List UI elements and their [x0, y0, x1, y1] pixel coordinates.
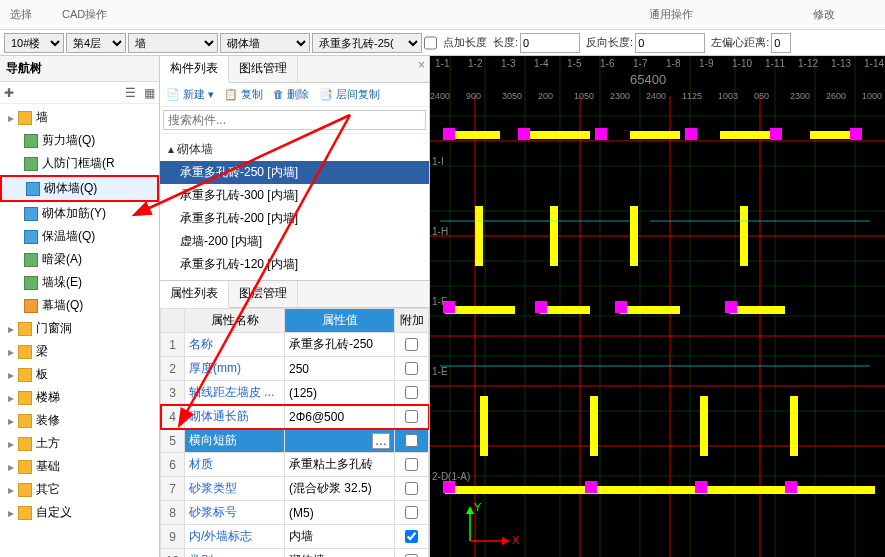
floor-select[interactable]: 第4层 [66, 33, 126, 53]
copy-button[interactable]: 📋 复制 [224, 87, 263, 102]
prop-row-4[interactable]: 4砌体通长筋2Φ6@500 [161, 405, 429, 429]
list-item-0[interactable]: 承重多孔砖-250 [内墙] [160, 161, 429, 184]
tab-drawing-mgr[interactable]: 图纸管理 [229, 56, 298, 82]
list-group[interactable]: ▴ 砌体墙 [160, 138, 429, 161]
tree-node-15[interactable]: ▸ 基础 [0, 455, 159, 478]
total-dim: 65400 [630, 72, 666, 87]
type-select[interactable]: 砌体墙 [220, 33, 310, 53]
tree-node-6[interactable]: 暗梁(A) [0, 248, 159, 271]
nav-tree-panel: 导航树 ✚ ☰ ▦ ▸ 墙 剪力墙(Q) 人防门框墙(R 砌体墙(Q) 砌体加筋… [0, 56, 160, 557]
grid-col-7: 1-8 [666, 58, 680, 69]
dim-3: 200 [538, 91, 553, 101]
tree-node-16[interactable]: ▸ 其它 [0, 478, 159, 501]
prop-row-5[interactable]: 5横向短筋… [161, 429, 429, 453]
tab-prop-list[interactable]: 属性列表 [160, 281, 229, 308]
col-extra: 附加 [395, 309, 429, 333]
dim-6: 2400 [646, 91, 666, 101]
tree-node-1[interactable]: 剪力墙(Q) [0, 129, 159, 152]
svg-rect-54 [535, 301, 547, 313]
tree-node-17[interactable]: ▸ 自定义 [0, 501, 159, 524]
tree-node-9[interactable]: ▸ 门窗洞 [0, 317, 159, 340]
list-item-4[interactable]: 承重多孔砖-120 [内墙] [160, 253, 429, 276]
svg-marker-65 [466, 506, 474, 514]
ribbon-label-cad: CAD操作 [62, 7, 107, 22]
new-button[interactable]: 📄 新建 ▾ [166, 87, 214, 102]
nav-tree[interactable]: ▸ 墙 剪力墙(Q) 人防门框墙(R 砌体墙(Q) 砌体加筋(Y) 保温墙(Q)… [0, 104, 159, 557]
list-item-3[interactable]: 虚墙-200 [内墙] [160, 230, 429, 253]
grid-col-13: 1-14 [864, 58, 884, 69]
grid-col-9: 1-10 [732, 58, 752, 69]
tree-node-11[interactable]: ▸ 板 [0, 363, 159, 386]
list-item-1[interactable]: 承重多孔砖-300 [内墙] [160, 184, 429, 207]
dim-5: 2300 [610, 91, 630, 101]
tree-node-10[interactable]: ▸ 梁 [0, 340, 159, 363]
tree-node-13[interactable]: ▸ 装修 [0, 409, 159, 432]
prop-row-1[interactable]: 1名称承重多孔砖-250 [161, 333, 429, 357]
tree-toolbar: ✚ ☰ ▦ [0, 82, 159, 104]
tree-node-2[interactable]: 人防门框墙(R [0, 152, 159, 175]
tree-node-12[interactable]: ▸ 楼梯 [0, 386, 159, 409]
tree-node-7[interactable]: 墙垛(E) [0, 271, 159, 294]
col-name: 属性名称 [185, 309, 285, 333]
reverse-length-input[interactable] [635, 33, 705, 53]
prop-row-10[interactable]: 10类别砌体墙 [161, 549, 429, 558]
length-label: 长度: [493, 35, 518, 50]
building-select[interactable]: 10#楼 [4, 33, 64, 53]
close-icon[interactable]: × [418, 58, 425, 72]
grid-col-1: 1-2 [468, 58, 482, 69]
prop-row-3[interactable]: 3轴线距左墙皮 ...(125) [161, 381, 429, 405]
svg-rect-57 [443, 481, 455, 493]
tree-node-5[interactable]: 保温墙(Q) [0, 225, 159, 248]
prop-row-7[interactable]: 7砂浆类型(混合砂浆 32.5) [161, 477, 429, 501]
prop-row-8[interactable]: 8砂浆标号(M5) [161, 501, 429, 525]
subtype-select[interactable]: 承重多孔砖-25( [312, 33, 422, 53]
svg-rect-38 [445, 306, 515, 314]
prop-row-6[interactable]: 6材质承重粘土多孔砖 [161, 453, 429, 477]
svg-rect-41 [730, 306, 785, 314]
component-list[interactable]: ▴ 砌体墙承重多孔砖-250 [内墙]承重多孔砖-300 [内墙]承重多孔砖-2… [160, 134, 429, 281]
svg-rect-48 [518, 128, 530, 140]
tab-comp-list[interactable]: 构件列表 [160, 56, 229, 83]
dim-1: 900 [466, 91, 481, 101]
category-select[interactable]: 墙 [128, 33, 218, 53]
svg-rect-39 [540, 306, 590, 314]
comp-toolbar: 📄 新建 ▾ 📋 复制 🗑 删除 📑 层间复制 [160, 83, 429, 107]
axis-x-label: X [512, 534, 519, 546]
axis-y-label: Y [474, 501, 481, 513]
list-item-2[interactable]: 承重多孔砖-200 [内墙] [160, 207, 429, 230]
ribbon-label-general: 通用操作 [649, 7, 693, 22]
tree-node-4[interactable]: 砌体加筋(Y) [0, 202, 159, 225]
tree-node-3[interactable]: 砌体墙(Q) [0, 175, 159, 202]
length-input[interactable] [520, 33, 580, 53]
tree-tool-list-icon[interactable]: ☰ [125, 86, 136, 100]
comp-search [160, 107, 429, 134]
tree-node-0[interactable]: ▸ 墙 [0, 106, 159, 129]
delete-button[interactable]: 🗑 删除 [273, 87, 309, 102]
ribbon-label-select: 选择 [10, 7, 32, 22]
filter-bar: 10#楼 第4层 墙 砌体墙 承重多孔砖-25( 点加长度 长度: 反向长度: … [0, 30, 885, 56]
prop-row-9[interactable]: 9内/外墙标志内墙 [161, 525, 429, 549]
grid-col-6: 1-7 [633, 58, 647, 69]
svg-rect-34 [475, 206, 483, 266]
grid-col-0: 1-1 [435, 58, 449, 69]
svg-rect-46 [445, 486, 875, 494]
svg-rect-44 [700, 396, 708, 456]
point-add-length-label: 点加长度 [443, 35, 487, 50]
prop-row-2[interactable]: 2厚度(mm)250 [161, 357, 429, 381]
cad-canvas[interactable]: 1-11-21-31-41-51-61-71-81-91-101-111-121… [430, 56, 885, 557]
svg-rect-49 [595, 128, 607, 140]
grid-col-8: 1-9 [699, 58, 713, 69]
svg-rect-42 [480, 396, 488, 456]
tree-node-8[interactable]: 幕墙(Q) [0, 294, 159, 317]
search-input[interactable] [163, 110, 426, 130]
svg-rect-55 [615, 301, 627, 313]
property-table: 属性名称 属性值 附加 1名称承重多孔砖-2502厚度(mm)2503轴线距左墙… [160, 308, 429, 557]
tree-tool-grid-icon[interactable]: ▦ [144, 86, 155, 100]
svg-rect-45 [790, 396, 798, 456]
layer-copy-button[interactable]: 📑 层间复制 [319, 87, 380, 102]
offset-input[interactable] [771, 33, 791, 53]
point-add-length-check[interactable] [424, 33, 437, 53]
tab-layer-mgr[interactable]: 图层管理 [229, 281, 298, 307]
tree-node-14[interactable]: ▸ 土方 [0, 432, 159, 455]
tree-tool-add-icon[interactable]: ✚ [4, 86, 14, 100]
